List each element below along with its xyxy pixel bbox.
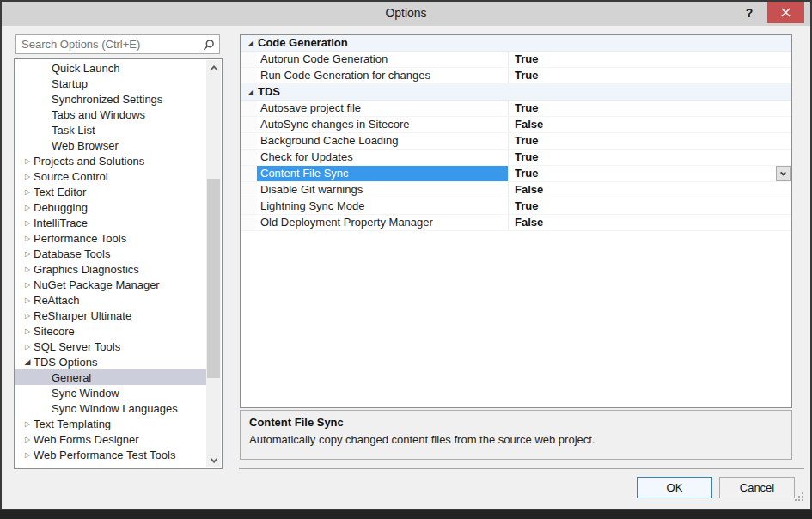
tree-item-text-editor[interactable]: ▷Text Editor bbox=[15, 184, 206, 199]
property-value[interactable]: True bbox=[508, 198, 791, 214]
property-name[interactable]: Old Deployment Property Manager bbox=[257, 215, 508, 230]
expander-collapsed-icon[interactable]: ▷ bbox=[21, 173, 34, 180]
tree-item-database-tools[interactable]: ▷Database Tools bbox=[15, 246, 206, 261]
property-name[interactable]: AutoSync changes in Sitecore bbox=[257, 117, 508, 132]
property-value[interactable]: True bbox=[508, 150, 791, 165]
tree-item-sql-server-tools[interactable]: ▷SQL Server Tools bbox=[15, 339, 206, 354]
tree-item-source-control[interactable]: ▷Source Control bbox=[15, 168, 206, 184]
scroll-down-arrow-icon[interactable] bbox=[206, 453, 221, 467]
tree-item-text-templating[interactable]: ▷Text Templating bbox=[15, 416, 206, 431]
expander-collapsed-icon[interactable]: ▷ bbox=[21, 204, 34, 211]
tree-item-sync-window[interactable]: Sync Window bbox=[15, 385, 206, 400]
property-name[interactable]: Background Cache Loading bbox=[257, 133, 508, 149]
tree-item-performance-tools[interactable]: ▷Performance Tools bbox=[15, 230, 206, 246]
tree-item-label: SQL Server Tools bbox=[34, 340, 120, 353]
search-input[interactable] bbox=[16, 38, 201, 51]
tree-item-web-performance-test-tools[interactable]: ▷Web Performance Test Tools bbox=[15, 447, 206, 462]
tree-item-quick-launch[interactable]: Quick Launch bbox=[15, 60, 206, 76]
tree-item-graphics-diagnostics[interactable]: ▷Graphics Diagnostics bbox=[15, 261, 206, 277]
category-row-code-generation[interactable]: ◢Code Generation bbox=[241, 35, 791, 52]
property-row-old-deployment-property-manager[interactable]: Old Deployment Property ManagerFalse bbox=[241, 215, 791, 231]
property-name[interactable]: Lightning Sync Mode bbox=[257, 198, 508, 214]
property-name[interactable]: Autorun Code Generation bbox=[257, 52, 508, 67]
tree-item-task-list[interactable]: Task List bbox=[15, 122, 206, 137]
expander-collapsed-icon[interactable]: ▷ bbox=[21, 266, 34, 273]
help-button[interactable]: ? bbox=[738, 3, 760, 24]
expander-collapsed-icon[interactable]: ▷ bbox=[21, 219, 34, 227]
expander-collapsed-icon[interactable]: ▷ bbox=[21, 157, 34, 165]
tree-item-label: TDS Options bbox=[34, 356, 97, 369]
category-collapse-icon[interactable]: ◢ bbox=[241, 84, 253, 100]
expander-collapsed-icon[interactable]: ▷ bbox=[21, 250, 34, 258]
property-row-autosync-changes-in-sitecore[interactable]: AutoSync changes in SitecoreFalse bbox=[241, 117, 791, 133]
expander-collapsed-icon[interactable]: ▷ bbox=[21, 327, 34, 335]
expander-collapsed-icon[interactable]: ▷ bbox=[21, 188, 34, 196]
property-row-disable-git-warnings[interactable]: Disable Git warningsFalse bbox=[241, 182, 791, 198]
tree-item-label: NuGet Package Manager bbox=[34, 278, 160, 291]
row-indent bbox=[241, 117, 257, 132]
property-name[interactable]: Disable Git warnings bbox=[257, 182, 508, 198]
property-row-background-cache-loading[interactable]: Background Cache LoadingTrue bbox=[241, 133, 791, 150]
tree-item-reattach[interactable]: ▷ReAttach bbox=[15, 292, 206, 308]
property-grid: ◢Code GenerationAutorun Code GenerationT… bbox=[240, 34, 792, 408]
expander-collapsed-icon[interactable]: ▷ bbox=[21, 436, 34, 443]
tree-item-web-browser[interactable]: Web Browser bbox=[15, 137, 206, 153]
property-row-check-for-updates[interactable]: Check for UpdatesTrue bbox=[241, 150, 791, 166]
ok-button[interactable]: OK bbox=[637, 477, 712, 498]
tree-item-startup[interactable]: Startup bbox=[15, 76, 206, 91]
property-row-autorun-code-generation[interactable]: Autorun Code GenerationTrue bbox=[241, 52, 791, 68]
property-row-autosave-project-file[interactable]: Autosave project fileTrue bbox=[241, 101, 791, 117]
tree-item-intellitrace[interactable]: ▷IntelliTrace bbox=[15, 215, 206, 230]
property-value[interactable]: False bbox=[508, 117, 791, 132]
row-indent bbox=[241, 52, 257, 67]
tree-item-sitecore[interactable]: ▷Sitecore bbox=[15, 323, 206, 339]
expander-collapsed-icon[interactable]: ▷ bbox=[21, 343, 34, 351]
property-name[interactable]: Check for Updates bbox=[257, 150, 508, 165]
tree-item-label: ReAttach bbox=[34, 294, 79, 307]
tree-item-tds-options[interactable]: ◢TDS Options bbox=[15, 354, 206, 369]
tree-item-label: Synchronized Settings bbox=[52, 93, 162, 106]
expander-collapsed-icon[interactable]: ▷ bbox=[21, 420, 34, 428]
expander-collapsed-icon[interactable]: ▷ bbox=[21, 312, 34, 320]
title-bar[interactable]: Options ? bbox=[2, 2, 810, 26]
property-row-content-file-sync[interactable]: Content File SyncTrue bbox=[241, 166, 791, 182]
tree-item-general[interactable]: General bbox=[15, 369, 206, 385]
property-value[interactable]: True bbox=[508, 133, 791, 149]
tree-item-debugging[interactable]: ▷Debugging bbox=[15, 199, 206, 215]
property-name[interactable]: Content File Sync bbox=[257, 166, 508, 181]
cancel-button[interactable]: Cancel bbox=[719, 477, 795, 498]
resize-grip-icon[interactable] bbox=[794, 490, 804, 505]
category-collapse-icon[interactable]: ◢ bbox=[241, 35, 253, 51]
tree-item-label: General bbox=[52, 371, 91, 384]
property-row-lightning-sync-mode[interactable]: Lightning Sync ModeTrue bbox=[241, 198, 791, 215]
property-value[interactable]: True bbox=[508, 166, 791, 181]
tree-item-web-forms-designer[interactable]: ▷Web Forms Designer bbox=[15, 431, 206, 447]
property-value[interactable]: True bbox=[508, 101, 791, 116]
property-value[interactable]: True bbox=[508, 52, 791, 67]
expander-collapsed-icon[interactable]: ▷ bbox=[21, 451, 34, 459]
tree-item-resharper-ultimate[interactable]: ▷ReSharper Ultimate bbox=[15, 308, 206, 323]
scroll-up-arrow-icon[interactable] bbox=[206, 60, 221, 75]
tree-item-projects-and-solutions[interactable]: ▷Projects and Solutions bbox=[15, 153, 206, 168]
tree-scrollbar[interactable] bbox=[206, 60, 221, 467]
expander-collapsed-icon[interactable]: ▷ bbox=[21, 281, 34, 289]
tree-item-tabs-and-windows[interactable]: Tabs and Windows bbox=[15, 107, 206, 122]
expander-collapsed-icon[interactable]: ▷ bbox=[21, 235, 34, 242]
tree-item-nuget-package-manager[interactable]: ▷NuGet Package Manager bbox=[15, 277, 206, 292]
category-row-tds[interactable]: ◢TDS bbox=[241, 84, 791, 101]
dialog-title: Options bbox=[2, 2, 810, 26]
tree-item-label: Web Browser bbox=[52, 139, 119, 152]
property-name[interactable]: Autosave project file bbox=[257, 101, 508, 116]
value-dropdown-button[interactable] bbox=[776, 166, 791, 181]
expander-expanded-icon[interactable]: ◢ bbox=[21, 357, 34, 366]
property-row-run-code-generation-for-changes[interactable]: Run Code Generation for changesTrue bbox=[241, 68, 791, 84]
expander-collapsed-icon[interactable]: ▷ bbox=[21, 296, 34, 304]
property-value[interactable]: True bbox=[508, 68, 791, 83]
property-name[interactable]: Run Code Generation for changes bbox=[257, 68, 508, 83]
tree-item-sync-window-languages[interactable]: Sync Window Languages bbox=[15, 400, 206, 416]
close-button[interactable] bbox=[767, 2, 804, 23]
property-value[interactable]: False bbox=[508, 182, 791, 198]
tree-item-synchronized-settings[interactable]: Synchronized Settings bbox=[15, 91, 206, 107]
scrollbar-thumb[interactable] bbox=[207, 179, 220, 378]
property-value[interactable]: False bbox=[508, 215, 791, 230]
